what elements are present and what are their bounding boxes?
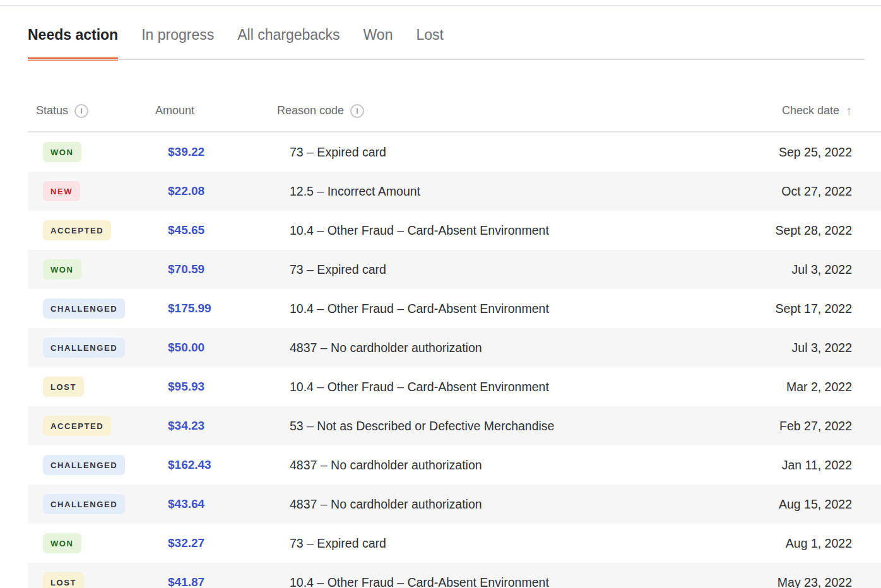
status-badge: CHALLENGED [43,338,125,358]
reason-code-value: 73 – Expired card [290,536,386,550]
chargeback-row[interactable]: CHALLENGED $50.00 4837 – No cardholder a… [28,328,881,367]
status-badge: CHALLENGED [43,455,125,475]
status-badge: CHALLENGED [43,298,125,319]
check-date-value: May 23, 2022 [778,575,852,588]
tab-bar-divider [28,59,865,60]
status-badge: CHALLENGED [43,494,125,514]
reason-code-info-icon[interactable]: i [350,104,364,118]
reason-code-value: 12.5 – Incorrect Amount [290,184,420,198]
check-date-value: Jan 11, 2022 [782,458,852,473]
tab-in-progress[interactable]: In progress [141,25,214,61]
table-body: WON $39.22 73 – Expired card Sep 25, 202… [0,132,881,588]
amount-value: $70.59 [168,262,204,276]
status-badge: ACCEPTED [43,220,111,240]
status-badge: WON [43,142,81,162]
check-date-value: Feb 27, 2022 [779,419,852,433]
column-header-status: Status [36,104,68,117]
table-header-row: Status i Amount Reason code i Check date… [0,103,881,131]
column-header-check-date[interactable]: Check date [782,104,839,117]
tab-needs-action[interactable]: Needs action [28,25,118,61]
check-date-value: Jul 3, 2022 [792,341,852,355]
amount-value: $45.65 [168,223,204,237]
reason-code-value: 73 – Expired card [290,262,386,276]
reason-code-value: 4837 – No cardholder authorization [290,497,482,511]
amount-value: $39.22 [168,145,204,158]
check-date-value: Sept 28, 2022 [776,223,852,238]
reason-code-value: 10.4 – Other Fraud – Card-Absent Environ… [290,380,549,394]
chargeback-row[interactable]: CHALLENGED $162.43 4837 – No cardholder … [28,445,881,485]
status-badge: LOST [43,377,84,397]
status-badge: WON [43,533,81,553]
tab-all-chargebacks[interactable]: All chargebacks [237,25,340,61]
chargeback-row[interactable]: NEW $22.08 12.5 – Incorrect Amount Oct 2… [28,172,881,211]
chargeback-row[interactable]: ACCEPTED $45.65 10.4 – Other Fraud – Car… [28,211,881,250]
chargebacks-table: Status i Amount Reason code i Check date… [0,103,881,588]
check-date-value: Sep 25, 2022 [779,145,852,160]
chargeback-row[interactable]: CHALLENGED $175.99 10.4 – Other Fraud – … [28,289,881,328]
reason-code-value: 53 – Not as Described or Defective Merch… [290,419,554,433]
chargeback-row[interactable]: CHALLENGED $43.64 4837 – No cardholder a… [28,485,881,524]
check-date-value: Jul 3, 2022 [792,262,852,277]
amount-value: $50.00 [168,341,204,354]
status-badge: ACCEPTED [43,416,111,436]
amount-value: $95.93 [168,380,204,393]
amount-value: $162.43 [168,458,211,471]
amount-value: $34.23 [168,419,204,432]
reason-code-value: 73 – Expired card [290,145,386,159]
top-divider [0,5,881,6]
chargeback-row[interactable]: WON $32.27 73 – Expired card Aug 1, 2022 [28,524,881,563]
reason-code-value: 10.4 – Other Fraud – Card-Absent Environ… [290,302,549,315]
chargeback-row[interactable]: LOST $41.87 10.4 – Other Fraud – Card-Ab… [28,563,881,588]
reason-code-value: 10.4 – Other Fraud – Card-Absent Environ… [290,223,549,237]
check-date-value: Mar 2, 2022 [786,380,852,394]
chargeback-row[interactable]: WON $39.22 73 – Expired card Sep 25, 202… [28,132,881,172]
chargeback-row[interactable]: LOST $95.93 10.4 – Other Fraud – Card-Ab… [28,367,881,406]
chargeback-row[interactable]: WON $70.59 73 – Expired card Jul 3, 2022 [28,250,881,289]
check-date-value: Aug 15, 2022 [779,497,852,512]
column-header-amount: Amount [155,104,194,117]
amount-value: $22.08 [168,184,204,197]
status-badge: WON [43,259,81,279]
amount-value: $175.99 [168,302,211,315]
status-badge: LOST [43,572,84,588]
check-date-value: Sept 17, 2022 [776,302,852,316]
column-header-reason-code: Reason code [277,104,344,117]
amount-value: $41.87 [168,575,204,588]
check-date-value: Aug 1, 2022 [786,536,852,551]
status-info-icon[interactable]: i [74,104,88,118]
chargebacks-tab-bar: Needs action In progress All chargebacks… [0,25,881,61]
amount-value: $43.64 [168,497,204,510]
reason-code-value: 10.4 – Other Fraud – Card-Absent Environ… [290,575,549,588]
check-date-value: Oct 27, 2022 [781,184,852,199]
reason-code-value: 4837 – No cardholder authorization [290,458,482,472]
chargeback-row[interactable]: ACCEPTED $34.23 53 – Not as Described or… [28,406,881,445]
reason-code-value: 4837 – No cardholder authorization [290,341,482,355]
amount-value: $32.27 [168,536,204,550]
tab-won[interactable]: Won [364,25,393,61]
status-badge: NEW [43,181,80,201]
sort-ascending-icon[interactable]: ↑ [846,103,852,118]
tab-lost[interactable]: Lost [416,25,443,61]
